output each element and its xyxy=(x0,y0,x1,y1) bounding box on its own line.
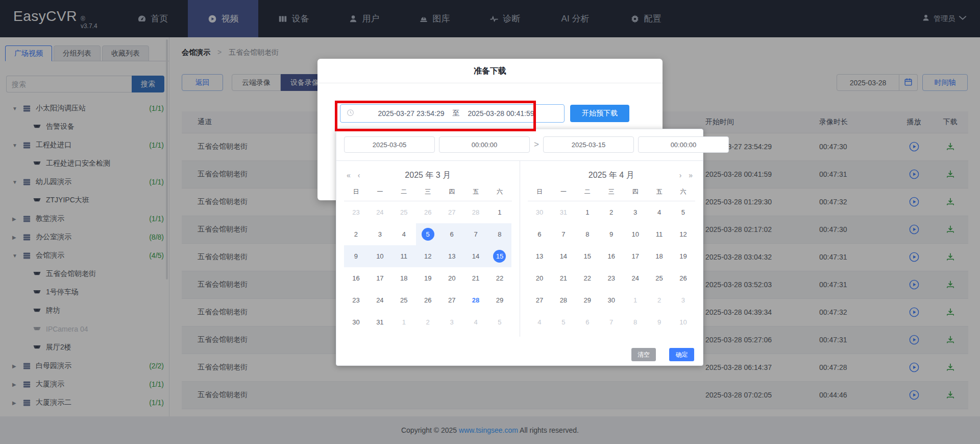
day-cell[interactable]: 12 xyxy=(416,245,440,267)
day-cell[interactable]: 1 xyxy=(575,201,599,223)
day-cell[interactable]: 1 xyxy=(623,289,647,311)
day-cell[interactable]: 24 xyxy=(623,267,647,289)
day-cell[interactable]: 20 xyxy=(528,267,552,289)
day-cell[interactable]: 8 xyxy=(575,223,599,245)
day-cell[interactable]: 5 xyxy=(488,311,512,333)
day-cell[interactable]: 9 xyxy=(647,311,671,333)
day-cell[interactable]: 25 xyxy=(647,267,671,289)
day-cell[interactable]: 19 xyxy=(416,267,440,289)
day-cell[interactable]: 27 xyxy=(440,289,464,311)
day-cell[interactable]: 4 xyxy=(528,311,552,333)
clear-button[interactable]: 清空 xyxy=(631,348,656,361)
day-cell[interactable]: 14 xyxy=(551,245,575,267)
day-cell[interactable]: 19 xyxy=(671,245,695,267)
day-cell[interactable]: 11 xyxy=(392,245,416,267)
day-cell[interactable]: 23 xyxy=(344,289,368,311)
day-cell[interactable]: 5 xyxy=(551,311,575,333)
day-cell[interactable]: 20 xyxy=(440,267,464,289)
day-cell[interactable]: 2 xyxy=(647,289,671,311)
day-cell[interactable]: 21 xyxy=(551,267,575,289)
day-number: 23 xyxy=(350,206,362,219)
day-cell[interactable]: 26 xyxy=(416,289,440,311)
day-cell[interactable]: 6 xyxy=(440,223,464,245)
day-cell[interactable]: 14 xyxy=(464,245,488,267)
day-cell[interactable]: 26 xyxy=(416,201,440,223)
day-cell[interactable]: 23 xyxy=(599,267,623,289)
day-cell[interactable]: 12 xyxy=(671,223,695,245)
day-number: 2 xyxy=(350,228,362,241)
day-cell[interactable]: 3 xyxy=(671,289,695,311)
day-cell[interactable]: 3 xyxy=(440,311,464,333)
day-cell[interactable]: 17 xyxy=(623,245,647,267)
day-cell[interactable]: 9 xyxy=(344,245,368,267)
day-cell[interactable]: 27 xyxy=(440,201,464,223)
day-cell[interactable]: 24 xyxy=(368,289,392,311)
day-cell[interactable]: 27 xyxy=(528,289,552,311)
day-cell[interactable]: 21 xyxy=(464,267,488,289)
day-cell[interactable]: 31 xyxy=(368,311,392,333)
day-cell[interactable]: 31 xyxy=(551,201,575,223)
day-cell[interactable]: 6 xyxy=(528,223,552,245)
day-cell[interactable]: 5 xyxy=(671,201,695,223)
day-cell[interactable]: 17 xyxy=(368,267,392,289)
day-cell[interactable]: 30 xyxy=(528,201,552,223)
day-cell[interactable]: 11 xyxy=(647,223,671,245)
day-number: 4 xyxy=(653,206,666,219)
day-cell[interactable]: 25 xyxy=(392,289,416,311)
day-cell[interactable]: 13 xyxy=(528,245,552,267)
day-cell[interactable]: 1 xyxy=(488,201,512,223)
day-cell[interactable]: 7 xyxy=(599,311,623,333)
day-cell[interactable]: 30 xyxy=(344,311,368,333)
prev-month-arrows[interactable]: « ‹ xyxy=(347,168,362,183)
day-cell[interactable]: 28 xyxy=(551,289,575,311)
day-cell[interactable]: 3 xyxy=(623,201,647,223)
day-cell[interactable]: 10 xyxy=(623,223,647,245)
day-cell[interactable]: 5 xyxy=(416,223,440,245)
day-cell[interactable]: 28 xyxy=(464,201,488,223)
picker-start-time-input[interactable] xyxy=(439,136,530,153)
day-cell[interactable]: 7 xyxy=(551,223,575,245)
day-cell[interactable]: 15 xyxy=(575,245,599,267)
day-cell[interactable]: 9 xyxy=(599,223,623,245)
day-cell[interactable]: 4 xyxy=(647,201,671,223)
day-cell[interactable]: 16 xyxy=(599,245,623,267)
picker-end-date-input[interactable] xyxy=(543,136,634,153)
day-cell[interactable]: 23 xyxy=(344,201,368,223)
day-cell[interactable]: 2 xyxy=(416,311,440,333)
datetime-range-input[interactable]: 2025-03-27 23:54:29 至 2025-03-28 00:41:5… xyxy=(340,104,565,123)
day-cell[interactable]: 4 xyxy=(464,311,488,333)
day-cell[interactable]: 4 xyxy=(392,223,416,245)
day-cell[interactable]: 29 xyxy=(575,289,599,311)
next-month-arrows[interactable]: › » xyxy=(679,168,695,183)
day-cell[interactable]: 8 xyxy=(623,311,647,333)
start-predownload-button[interactable]: 开始预下载 xyxy=(570,105,629,122)
confirm-button[interactable]: 确定 xyxy=(669,348,694,361)
day-cell[interactable]: 26 xyxy=(671,267,695,289)
day-cell[interactable]: 10 xyxy=(671,311,695,333)
day-cell[interactable]: 10 xyxy=(368,245,392,267)
day-cell[interactable]: 8 xyxy=(488,223,512,245)
day-cell[interactable]: 2 xyxy=(599,201,623,223)
day-number: 4 xyxy=(398,228,410,241)
day-cell[interactable]: 6 xyxy=(575,311,599,333)
day-cell[interactable]: 2 xyxy=(344,223,368,245)
day-number: 29 xyxy=(493,294,506,307)
day-cell[interactable]: 22 xyxy=(575,267,599,289)
day-cell[interactable]: 29 xyxy=(488,289,512,311)
day-cell[interactable]: 22 xyxy=(488,267,512,289)
day-number: 12 xyxy=(677,228,690,241)
day-cell[interactable]: 18 xyxy=(392,267,416,289)
day-cell[interactable]: 25 xyxy=(392,201,416,223)
day-cell[interactable]: 7 xyxy=(464,223,488,245)
day-cell[interactable]: 16 xyxy=(344,267,368,289)
day-cell[interactable]: 28 xyxy=(464,289,488,311)
day-cell[interactable]: 24 xyxy=(368,201,392,223)
day-cell[interactable]: 15 xyxy=(488,245,512,267)
day-cell[interactable]: 1 xyxy=(392,311,416,333)
day-cell[interactable]: 13 xyxy=(440,245,464,267)
day-cell[interactable]: 30 xyxy=(599,289,623,311)
day-cell[interactable]: 3 xyxy=(368,223,392,245)
picker-start-date-input[interactable] xyxy=(344,136,435,153)
day-cell[interactable]: 18 xyxy=(647,245,671,267)
picker-end-time-input[interactable] xyxy=(638,136,729,153)
